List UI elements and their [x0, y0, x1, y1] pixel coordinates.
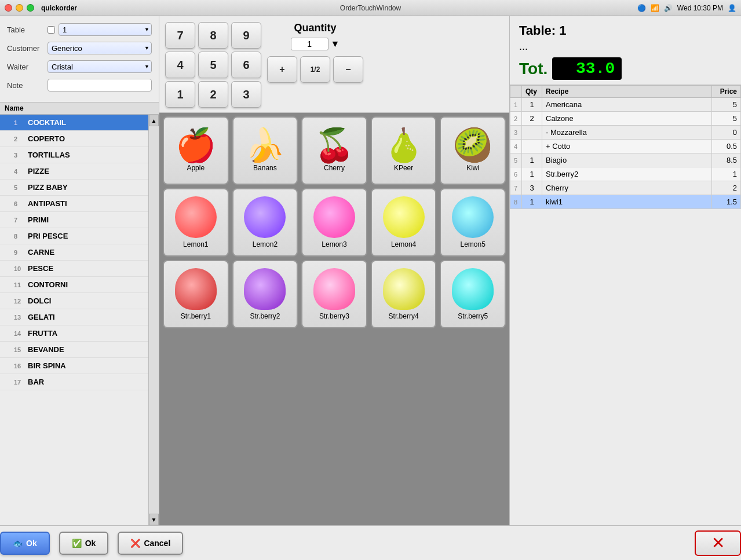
ok-button-1[interactable]: 🐟 Ok — [0, 532, 50, 555]
category-num: 6 — [14, 200, 23, 207]
product-card-strberry3[interactable]: Str.berry3 — [301, 260, 367, 328]
scroll-up-button[interactable]: ▲ — [149, 115, 159, 126]
category-item-pizz baby[interactable]: 5PIZZ BABY — [0, 180, 159, 196]
category-item-pesce[interactable]: 10PESCE — [0, 261, 159, 277]
category-num: 11 — [14, 281, 23, 288]
order-row[interactable]: 8 1 kiwi1 1.5 — [510, 195, 741, 209]
product-row: Lemon1Lemon2Lemon3Lemon4Lemon5 — [163, 188, 506, 257]
order-row[interactable]: 7 3 Cherry 2 — [510, 181, 741, 195]
quantity-dropdown[interactable]: ▼ — [331, 39, 340, 49]
num-4[interactable]: 4 — [165, 52, 195, 78]
product-card-strberry5[interactable]: Str.berry5 — [440, 260, 506, 328]
product-name: Str.berry2 — [250, 312, 280, 320]
product-card-strberry1[interactable]: Str.berry1 — [163, 260, 229, 328]
row-qty: 1 — [522, 195, 542, 209]
delete-button[interactable]: ✕ — [695, 530, 741, 556]
num-7[interactable]: 7 — [165, 22, 195, 49]
product-card-lemon2[interactable]: Lemon2 — [232, 188, 298, 257]
minus-button[interactable]: − — [333, 56, 363, 83]
category-item-coperto[interactable]: 2COPERTO — [0, 131, 159, 147]
main-window: Table 1 Customer — [0, 16, 741, 560]
waiter-select[interactable]: Cristal — [48, 60, 152, 73]
order-row[interactable]: 2 2 Calzone 5 — [510, 112, 741, 126]
row-price: 5 — [712, 112, 741, 126]
product-card-lemon1[interactable]: Lemon1 — [163, 188, 229, 257]
col-price: Price — [712, 86, 741, 98]
num-3[interactable]: 3 — [231, 81, 261, 108]
category-item-antipasti[interactable]: 6ANTIPASTI — [0, 196, 159, 212]
row-recipe: Biagio — [542, 153, 712, 167]
order-row[interactable]: 5 1 Biagio 8.5 — [510, 153, 741, 167]
product-name: Lemon3 — [322, 240, 346, 248]
product-card-kiwi[interactable]: 🥝Kiwi — [440, 116, 506, 185]
category-item-bar[interactable]: 17BAR — [0, 374, 159, 390]
half-button[interactable]: 1/2 — [300, 56, 330, 83]
category-item-cocktail[interactable]: 1COCKTAIL — [0, 115, 159, 131]
table-select[interactable]: 1 — [59, 23, 152, 36]
category-label: BIR SPINA — [28, 361, 66, 370]
order-row[interactable]: 4 + Cotto 0.5 — [510, 140, 741, 153]
category-item-pizze[interactable]: 4PIZZE — [0, 163, 159, 180]
category-item-contorni[interactable]: 11CONTORNI — [0, 277, 159, 293]
num-9[interactable]: 9 — [231, 22, 261, 49]
titlebar: quickorder OrderTouchWindow 🔵 📶 🔊 Wed 10… — [0, 0, 741, 16]
num-6[interactable]: 6 — [231, 52, 261, 78]
cancel-button[interactable]: ❌ Cancel — [118, 532, 183, 555]
product-card-lemon5[interactable]: Lemon5 — [440, 188, 506, 257]
category-item-dolci[interactable]: 12DOLCI — [0, 293, 159, 309]
category-item-carne[interactable]: 9CARNE — [0, 244, 159, 261]
quantity-label: Quantity — [294, 22, 336, 34]
product-shape — [313, 196, 355, 238]
category-item-bevande[interactable]: 15BEVANDE — [0, 342, 159, 358]
order-row[interactable]: 6 1 Str.berry2 1 — [510, 167, 741, 181]
category-num: 17 — [14, 379, 23, 386]
num-5[interactable]: 5 — [198, 52, 228, 78]
category-num: 5 — [14, 184, 23, 191]
ok-button-2[interactable]: ✅ Ok — [59, 532, 109, 555]
maximize-button[interactable] — [27, 4, 34, 12]
close-button[interactable] — [5, 4, 12, 12]
category-num: 7 — [14, 217, 23, 224]
category-label: PIZZ BABY — [28, 183, 68, 192]
product-card-kpeer[interactable]: 🍐KPeer — [371, 116, 437, 185]
num-2[interactable]: 2 — [198, 81, 228, 108]
product-card-apple[interactable]: 🍎Apple — [163, 116, 229, 185]
product-card-lemon3[interactable]: Lemon3 — [301, 188, 367, 257]
window-controls[interactable] — [5, 4, 34, 12]
category-label: BAR — [28, 378, 44, 386]
order-row[interactable]: 3 - Mozzarella 0 — [510, 126, 741, 140]
category-item-frutta[interactable]: 14FRUTTA — [0, 325, 159, 342]
table-checkbox[interactable] — [48, 26, 55, 34]
product-emoji: 🥝 — [452, 129, 493, 162]
order-table: Qty Recipe Price 1 1 Americana 5 2 2 Cal… — [510, 85, 741, 525]
num-8[interactable]: 8 — [198, 22, 228, 49]
product-shape — [244, 268, 286, 310]
product-card-strberry2[interactable]: Str.berry2 — [232, 260, 298, 328]
product-card-strberry4[interactable]: Str.berry4 — [371, 260, 437, 328]
category-num: 2 — [14, 136, 23, 142]
order-row[interactable]: 1 1 Americana 5 — [510, 98, 741, 112]
waiter-label: Waiter — [7, 63, 48, 71]
category-item-gelati[interactable]: 13GELATI — [0, 309, 159, 325]
category-item-bir spina[interactable]: 16BIR SPINA — [0, 358, 159, 374]
num-1[interactable]: 1 — [165, 81, 195, 108]
row-num: 7 — [510, 181, 522, 195]
quantity-input[interactable] — [291, 38, 328, 50]
category-item-primi[interactable]: 7PRIMI — [0, 212, 159, 228]
note-input[interactable] — [48, 79, 152, 91]
product-card-lemon4[interactable]: Lemon4 — [371, 188, 437, 257]
product-name: Banans — [253, 164, 277, 172]
product-card-banans[interactable]: 🍌Banans — [232, 116, 298, 185]
customer-select[interactable]: Generico — [48, 42, 152, 54]
row-num: 8 — [510, 195, 522, 209]
minimize-button[interactable] — [16, 4, 23, 12]
category-item-pri pesce[interactable]: 8PRI PESCE — [0, 228, 159, 244]
plus-button[interactable]: + — [267, 56, 297, 83]
product-name: Str.berry4 — [389, 312, 419, 320]
product-name: Kiwi — [466, 164, 479, 172]
product-card-cherry[interactable]: 🍒Cherry — [301, 116, 367, 185]
category-item-tortillas[interactable]: 3TORTILLAS — [0, 147, 159, 163]
product-name: Lemon1 — [183, 240, 208, 248]
scroll-down-button[interactable]: ▼ — [149, 514, 159, 525]
quantity-section: Quantity ▼ + 1/2 − — [267, 22, 363, 108]
